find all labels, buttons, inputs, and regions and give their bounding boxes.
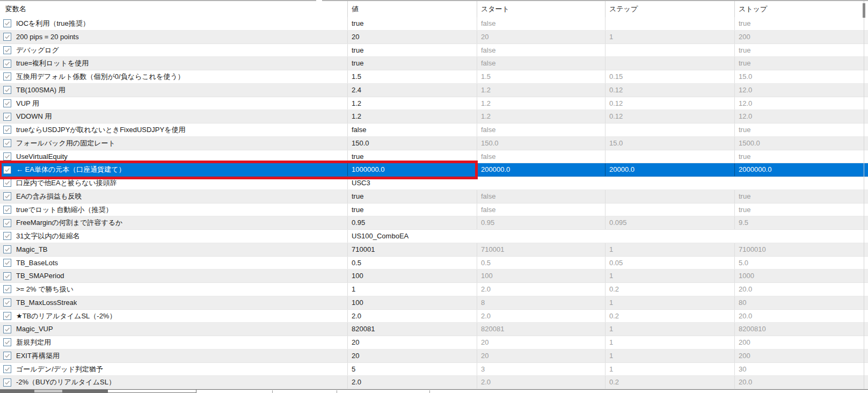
cell-start[interactable]: false bbox=[477, 17, 605, 30]
cell-stop[interactable]: 15.0 bbox=[734, 70, 868, 83]
cell-stop[interactable] bbox=[734, 230, 868, 243]
cell-step[interactable]: 20000.0 bbox=[605, 163, 734, 176]
cell-step[interactable]: 15.0 bbox=[605, 137, 734, 150]
cell-step[interactable]: 1 bbox=[605, 243, 734, 256]
cell-value[interactable]: true bbox=[347, 17, 477, 30]
cell-value[interactable]: true bbox=[347, 203, 477, 216]
table-row[interactable]: UseVirtualEquity true false true bbox=[0, 150, 868, 164]
variable-name-cell[interactable]: Magic_TB bbox=[0, 243, 347, 256]
cell-start[interactable]: 20 bbox=[477, 350, 605, 362]
variable-name-cell[interactable]: trueならUSDJPYが取れないときFixedUSDJPYを使用 bbox=[0, 123, 347, 136]
table-row[interactable]: VDOWN 用 1.2 1.2 0.12 12.0 bbox=[0, 110, 868, 123]
cell-stop[interactable]: 2000000.0 bbox=[734, 163, 868, 176]
checkbox-checked-icon[interactable] bbox=[3, 86, 11, 94]
cell-step[interactable] bbox=[605, 150, 734, 163]
checkbox-checked-icon[interactable] bbox=[3, 46, 11, 54]
checkbox-checked-icon[interactable] bbox=[3, 192, 11, 200]
variable-name-cell[interactable]: VDOWN 用 bbox=[0, 110, 347, 123]
cell-stop[interactable]: true bbox=[734, 190, 868, 203]
cell-start[interactable]: 20 bbox=[477, 31, 605, 43]
cell-value[interactable]: true bbox=[347, 44, 477, 57]
variable-name-cell[interactable]: UseVirtualEquity bbox=[0, 150, 347, 163]
variable-name-cell[interactable]: FreeMarginの何割まで許容するか bbox=[0, 216, 347, 229]
variable-name-cell[interactable]: 互換用デフォルト係数（個別が0/負ならこれを使う） bbox=[0, 70, 347, 83]
cell-stop[interactable]: true bbox=[734, 57, 868, 70]
cell-start[interactable]: 0.95 bbox=[477, 216, 605, 229]
cell-stop[interactable]: 7100010 bbox=[734, 243, 868, 256]
cell-step[interactable]: 1 bbox=[605, 270, 734, 282]
cell-start[interactable]: 1.2 bbox=[477, 97, 605, 110]
cell-value[interactable]: true bbox=[347, 57, 477, 70]
table-row[interactable]: -2%（BUYのリアルタイムSL） 2.0 2.0 0.2 20.0 bbox=[0, 376, 868, 389]
cell-step[interactable]: 1 bbox=[605, 350, 734, 362]
variable-name-cell[interactable]: TB_MaxLossStreak bbox=[0, 296, 347, 309]
checkbox-checked-icon[interactable] bbox=[3, 126, 11, 134]
table-row[interactable]: IOCを利用（true推奨） true false true bbox=[0, 17, 868, 31]
variable-name-cell[interactable]: IOCを利用（true推奨） bbox=[0, 17, 347, 30]
cell-value[interactable]: 100 bbox=[347, 296, 477, 309]
checkbox-checked-icon[interactable] bbox=[3, 152, 11, 161]
cell-start[interactable]: false bbox=[477, 44, 605, 57]
cell-start[interactable]: 2.0 bbox=[477, 310, 605, 323]
cell-value[interactable]: 20 bbox=[347, 336, 477, 349]
table-row[interactable]: ← EA単体の元本（口座通貨建て） 1000000.0 200000.0 200… bbox=[0, 163, 868, 177]
cell-value[interactable]: 820081 bbox=[347, 323, 477, 336]
checkbox-checked-icon[interactable] bbox=[3, 33, 11, 41]
cell-value[interactable]: 20 bbox=[347, 31, 477, 43]
table-row[interactable]: TB_BaseLots 0.5 0.5 0.05 5.0 bbox=[0, 257, 868, 270]
cell-start[interactable]: 200000.0 bbox=[477, 163, 605, 176]
cell-value[interactable]: true bbox=[347, 150, 477, 163]
cell-start[interactable]: false bbox=[477, 203, 605, 216]
cell-step[interactable]: 1 bbox=[605, 31, 734, 43]
cell-stop[interactable]: 1500.0 bbox=[734, 137, 868, 150]
variable-name-cell[interactable]: 31文字以内の短縮名 bbox=[0, 230, 347, 243]
cell-step[interactable]: 0.12 bbox=[605, 84, 734, 97]
vertical-scrollbar-track[interactable] bbox=[864, 1, 864, 389]
cell-start[interactable]: false bbox=[477, 190, 605, 203]
table-row[interactable]: ★TBのリアルタイムSL（-2%） 2.0 2.0 0.2 20.0 bbox=[0, 310, 868, 323]
cell-step[interactable]: 0.12 bbox=[605, 97, 734, 110]
cell-value[interactable]: 1000000.0 bbox=[347, 163, 477, 176]
cell-start[interactable]: 20 bbox=[477, 336, 605, 349]
variable-name-cell[interactable]: 200 pips = 20 points bbox=[0, 31, 347, 43]
table-row[interactable]: Magic_VUP 820081 820081 1 8200810 bbox=[0, 323, 868, 336]
cell-stop[interactable]: 20.0 bbox=[734, 310, 868, 323]
table-row[interactable]: TB_SMAPeriod 100 100 1 1000 bbox=[0, 270, 868, 283]
table-row[interactable]: 新規判定用 20 20 1 200 bbox=[0, 336, 868, 350]
cell-value[interactable]: 100 bbox=[347, 270, 477, 282]
cell-value[interactable]: 5 bbox=[347, 363, 477, 376]
checkbox-checked-icon[interactable] bbox=[3, 299, 11, 307]
cell-start[interactable]: 1.2 bbox=[477, 84, 605, 97]
cell-step[interactable] bbox=[605, 203, 734, 216]
variable-name-cell[interactable]: VUP 用 bbox=[0, 97, 347, 110]
table-row[interactable]: 31文字以内の短縮名 US100_ComboEA bbox=[0, 230, 868, 243]
cell-stop[interactable]: 200 bbox=[734, 336, 868, 349]
table-row[interactable]: 200 pips = 20 points 20 20 1 200 bbox=[0, 31, 868, 44]
cell-stop[interactable]: true bbox=[734, 150, 868, 163]
cell-stop[interactable]: true bbox=[734, 123, 868, 136]
cell-step[interactable]: 0.15 bbox=[605, 70, 734, 83]
variable-name-cell[interactable]: ← EA単体の元本（口座通貨建て） bbox=[0, 163, 347, 176]
cell-stop[interactable] bbox=[734, 177, 868, 190]
vertical-scrollbar-thumb[interactable] bbox=[863, 3, 865, 18]
checkbox-checked-icon[interactable] bbox=[3, 166, 11, 174]
checkbox-checked-icon[interactable] bbox=[3, 325, 11, 333]
cell-value[interactable]: 150.0 bbox=[347, 137, 477, 150]
table-row[interactable]: EAの含み損益も反映 true false true bbox=[0, 190, 868, 203]
cell-step[interactable] bbox=[605, 57, 734, 70]
table-row[interactable]: TB(100SMA) 用 2.4 1.2 0.12 12.0 bbox=[0, 84, 868, 97]
checkbox-checked-icon[interactable] bbox=[3, 379, 11, 387]
cell-value[interactable]: 20 bbox=[347, 350, 477, 362]
cell-stop[interactable]: 8200810 bbox=[734, 323, 868, 336]
cell-start[interactable]: 0.5 bbox=[477, 257, 605, 270]
cell-stop[interactable]: 12.0 bbox=[734, 84, 868, 97]
cell-start[interactable]: 820081 bbox=[477, 323, 605, 336]
cell-stop[interactable]: 12.0 bbox=[734, 110, 868, 123]
cell-value[interactable]: 710001 bbox=[347, 243, 477, 256]
table-row[interactable]: デバッグログ true false true bbox=[0, 44, 868, 57]
cell-step[interactable]: 1 bbox=[605, 296, 734, 309]
cell-stop[interactable]: 12.0 bbox=[734, 97, 868, 110]
cell-step[interactable]: 1 bbox=[605, 336, 734, 349]
cell-value[interactable]: 1.2 bbox=[347, 110, 477, 123]
checkbox-checked-icon[interactable] bbox=[3, 60, 11, 68]
